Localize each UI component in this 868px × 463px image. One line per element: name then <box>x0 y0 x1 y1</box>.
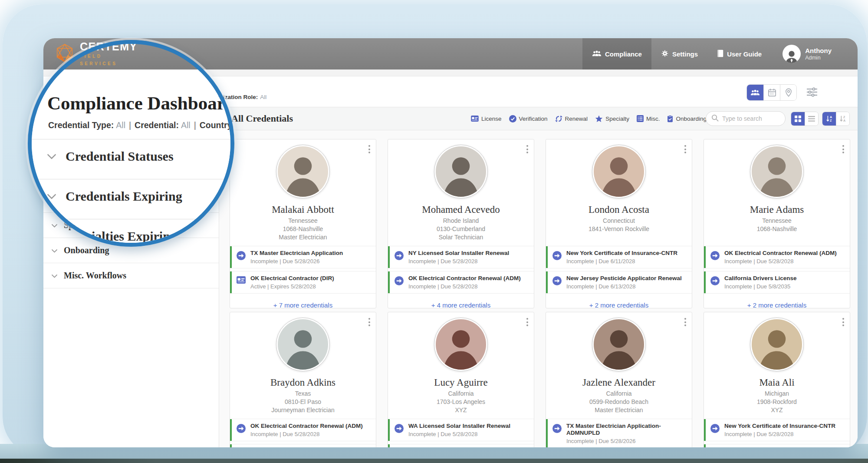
person-card[interactable]: London Acosta Connecticut 1841-Vernon Ro… <box>546 139 692 308</box>
person-location: California 0599-Redondo Beach Master Ele… <box>589 390 648 414</box>
sort-toggle-group: AZ ZA <box>822 112 850 126</box>
person-card[interactable]: Malakai Abbott Tennessee 1068-Nashville … <box>230 139 376 308</box>
avatar <box>278 319 328 370</box>
credential-row[interactable]: OK Electrical Contractor Renewal (ADM) I… <box>388 444 534 447</box>
credential-row[interactable]: NY Licensed Solar Installer Renewal Inco… <box>388 246 534 268</box>
list-view-toggle[interactable] <box>805 112 818 126</box>
credential-status: Incomplete | Due 6/11/2028 <box>566 258 687 265</box>
person-name[interactable]: London Acosta <box>589 204 649 216</box>
credential-status: Incomplete | Due 5/8/2035 <box>724 283 845 290</box>
card-menu-kebab-icon[interactable] <box>841 317 845 327</box>
avatar-ring <box>276 317 330 371</box>
credential-list: New York Certificate of Insurance-CNTR I… <box>546 246 692 296</box>
credential-row[interactable]: OK Electrical Contractor (DIR) Active | … <box>230 271 376 294</box>
credential-title: OK Electrical Contractor Renewal (ADM) <box>724 250 845 257</box>
nav-tab-user-guide[interactable]: User Guide <box>707 38 771 69</box>
people-view-button[interactable] <box>747 85 763 100</box>
credential-row[interactable]: New York Certificate of Insurance-CNTR I… <box>704 419 850 441</box>
legend-item-renewal[interactable]: Renewal <box>555 115 588 122</box>
search-box <box>706 111 786 126</box>
view-mode-button-group <box>746 84 797 101</box>
calendar-view-button[interactable] <box>763 85 780 100</box>
credentials-grid: Malakai Abbott Tennessee 1068-Nashville … <box>219 130 858 447</box>
nav-tab-settings[interactable]: Settings <box>651 38 707 69</box>
location-line: 1703-Los Angeles <box>437 398 485 406</box>
legend-item-license[interactable]: License <box>471 116 502 122</box>
in-process-icon <box>395 251 404 262</box>
location-line: 0599-Redondo Beach <box>589 398 648 406</box>
misc-icon <box>637 115 644 122</box>
credential-row[interactable]: ND Master Plumber Renewal Incomplete | D… <box>704 444 850 447</box>
credential-title: New York Certificate of Insurance-CNTR <box>566 250 687 257</box>
credential-list: NY Licensed Solar Installer Renewal Inco… <box>388 246 534 296</box>
card-menu-kebab-icon[interactable] <box>525 144 529 155</box>
user-name: Anthony <box>805 47 832 55</box>
lens-item-credentials-expiring: Credentials Expiring <box>46 189 182 204</box>
person-name[interactable]: Malakai Abbott <box>272 204 334 216</box>
credential-row[interactable]: OK Electrical Contractor Renewal (ADM) I… <box>230 419 376 441</box>
sort-desc-toggle[interactable]: ZA <box>836 112 849 126</box>
filters-sliders-icon[interactable] <box>806 87 818 99</box>
avatar-ring <box>434 317 488 371</box>
credential-status: Incomplete | Due 6/13/2028 <box>566 283 687 290</box>
person-card[interactable]: Marie Adams Tennessee 1068-Nashville OK … <box>704 139 850 308</box>
person-card[interactable]: Maia Ali Michigan 1908-Rockford XYZ New … <box>704 312 850 447</box>
person-card[interactable]: Mohamed Acevedo Rhode Island 0130-Cumber… <box>388 139 534 308</box>
person-name[interactable]: Lucy Aguirre <box>434 377 487 389</box>
credential-row[interactable]: OK Electrical Contractor Renewal (ADM) I… <box>704 246 850 268</box>
person-location: Connecticut 1841-Vernon Rockville <box>589 217 649 241</box>
svg-text:A: A <box>829 115 832 119</box>
person-location: Tennessee 1068-Nashville <box>757 217 797 241</box>
sidebar-item-misc-workflows[interactable]: Misc. Workflows <box>43 263 219 288</box>
legend-item-specialty[interactable]: Specialty <box>595 115 629 122</box>
card-menu-kebab-icon[interactable] <box>367 317 372 327</box>
sort-asc-toggle[interactable]: AZ <box>822 112 836 126</box>
person-location: Michigan 1908-Rockford XYZ <box>757 390 797 414</box>
person-name[interactable]: Maia Ali <box>759 377 794 389</box>
credential-row[interactable]: New York Certificate of Insurance-CNTR I… <box>546 246 692 268</box>
book-icon <box>717 50 723 59</box>
credential-title: New York Certificate of Insurance-CNTR <box>724 423 845 430</box>
search-icon <box>711 114 719 123</box>
renewal-icon <box>555 115 562 122</box>
nav-tab-compliance-label: Compliance <box>605 50 642 58</box>
credential-row[interactable]: TX Master Electrician Application-ADMNUP… <box>546 419 692 447</box>
person-card[interactable]: Lucy Aguirre California 1703-Los Angeles… <box>388 312 534 447</box>
card-menu-kebab-icon[interactable] <box>525 317 529 327</box>
background-floor-edge <box>0 459 868 463</box>
avatar <box>594 319 644 370</box>
person-name[interactable]: Jazlene Alexander <box>582 377 655 389</box>
person-location: Tennessee 1068-Nashville Master Electric… <box>279 217 327 241</box>
credential-row[interactable]: ND Master Plumber Renewal Incomplete | D… <box>230 444 376 447</box>
grid-view-toggle[interactable] <box>791 112 805 126</box>
credential-list: New York Certificate of Insurance-CNTR I… <box>704 419 850 447</box>
credential-status: Incomplete | Due 5/28/2028 <box>250 431 372 437</box>
person-card[interactable]: Braydon Adkins Texas 0810-El Paso Journe… <box>230 312 376 447</box>
credential-row[interactable]: WA Licensed Solar Installer Renewal Inco… <box>388 419 534 441</box>
card-menu-kebab-icon[interactable] <box>841 144 845 155</box>
avatar <box>436 146 486 197</box>
credential-status: Active | Expires 5/28/2028 <box>250 283 372 290</box>
location-line: Connecticut <box>589 217 649 225</box>
legend-item-onboarding[interactable]: Onboarding <box>667 115 707 122</box>
credential-row[interactable]: California Drivers License Incomplete | … <box>704 271 850 294</box>
credential-row[interactable]: New Jersey Pesticide Applicator Renewal … <box>546 271 692 294</box>
legend-item-verification[interactable]: Verification <box>509 115 548 122</box>
person-name[interactable]: Marie Adams <box>750 204 804 216</box>
chevron-down-icon <box>51 272 58 280</box>
legend-item-misc[interactable]: Misc. <box>637 115 660 122</box>
credential-row[interactable]: TX Master Electrician Application Incomp… <box>230 246 376 268</box>
person-name[interactable]: Mohamed Acevedo <box>422 204 500 216</box>
map-pin-view-button[interactable] <box>780 85 796 100</box>
card-menu-kebab-icon[interactable] <box>683 144 687 155</box>
in-process-icon <box>552 251 562 262</box>
credential-title: NY Licensed Solar Installer Renewal <box>408 250 529 257</box>
search-input[interactable] <box>722 115 779 122</box>
credential-row[interactable]: OK Electrical Contractor Renewal (ADM) I… <box>388 271 534 294</box>
user-menu[interactable]: Anthony Admin <box>771 45 858 63</box>
person-name[interactable]: Braydon Adkins <box>270 377 335 389</box>
card-menu-kebab-icon[interactable] <box>683 317 687 327</box>
nav-tab-compliance[interactable]: Compliance <box>582 38 651 69</box>
card-menu-kebab-icon[interactable] <box>367 144 372 155</box>
person-card[interactable]: Jazlene Alexander California 0599-Redond… <box>546 312 692 447</box>
